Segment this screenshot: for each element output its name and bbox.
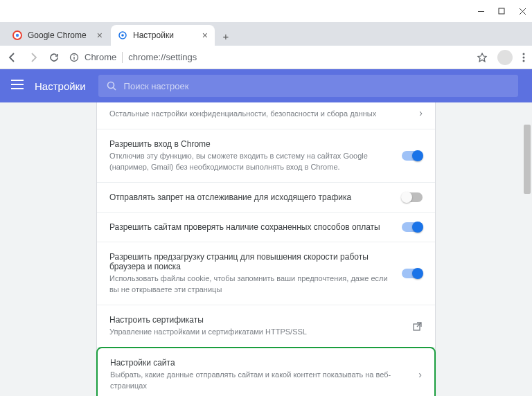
settings-row-signin[interactable]: Разрешить вход в Chrome Отключив эту фун… bbox=[97, 129, 435, 183]
url-separator bbox=[122, 52, 123, 63]
chrome-icon bbox=[12, 30, 22, 40]
close-tab-icon[interactable]: × bbox=[97, 30, 103, 41]
row-title: Отправлять запрет на отслеживание для ис… bbox=[109, 192, 393, 202]
forward-button[interactable] bbox=[28, 52, 39, 63]
toggle-signin[interactable] bbox=[402, 151, 423, 161]
svg-rect-1 bbox=[499, 8, 504, 14]
row-subtitle: Выбрать, какие данные отправлять сайтам … bbox=[110, 370, 410, 391]
svg-point-7 bbox=[121, 34, 124, 37]
row-title: Разрешить вход в Chrome bbox=[109, 139, 393, 149]
tab-settings[interactable]: Настройки × bbox=[111, 25, 215, 46]
tab-label: Google Chrome bbox=[28, 30, 87, 40]
row-title: Разрешить сайтам проверять наличие сохра… bbox=[109, 222, 393, 232]
settings-row-certs[interactable]: Настроить сертификаты Управление настрой… bbox=[97, 305, 435, 348]
maximize-button[interactable] bbox=[497, 7, 506, 15]
new-tab-button[interactable]: + bbox=[216, 26, 236, 46]
tab-strip: Google Chrome × Настройки × + bbox=[0, 22, 532, 46]
svg-point-5 bbox=[16, 34, 19, 37]
row-subtitle: Использовать файлы cookie, чтобы запомни… bbox=[109, 273, 393, 295]
chevron-right-icon: › bbox=[419, 107, 423, 118]
row-subtitle: Управление настройками и сертификатами H… bbox=[109, 327, 404, 337]
window-controls bbox=[0, 0, 532, 22]
chevron-right-icon: › bbox=[418, 369, 422, 380]
back-button[interactable] bbox=[7, 52, 18, 63]
toggle-payment[interactable] bbox=[402, 222, 423, 232]
close-window-button[interactable] bbox=[518, 7, 526, 15]
url-field[interactable]: Chrome chrome://settings bbox=[69, 52, 467, 63]
row-subtitle: Отключив эту функцию, вы сможете входить… bbox=[109, 151, 393, 172]
toggle-preload[interactable] bbox=[402, 269, 423, 278]
settings-row-payment[interactable]: Разрешить сайтам проверять наличие сохра… bbox=[97, 213, 435, 242]
settings-row-preload[interactable]: Разрешить предзагрузку страниц для повыш… bbox=[97, 242, 435, 305]
tab-google-chrome[interactable]: Google Chrome × bbox=[6, 25, 109, 46]
svg-point-13 bbox=[523, 60, 525, 62]
privacy-card: Остальные настройки конфиденциальности, … bbox=[96, 102, 436, 396]
profile-avatar[interactable] bbox=[497, 50, 513, 65]
settings-header: Настройки bbox=[0, 69, 532, 102]
site-info-icon[interactable] bbox=[69, 53, 79, 62]
url-text: chrome://settings bbox=[128, 52, 197, 62]
external-link-icon bbox=[412, 321, 423, 332]
gear-icon bbox=[118, 30, 127, 40]
minimize-button[interactable] bbox=[477, 7, 485, 15]
reload-button[interactable] bbox=[48, 52, 60, 63]
tab-label: Настройки bbox=[133, 30, 174, 40]
settings-row-truncated[interactable]: Остальные настройки конфиденциальности, … bbox=[97, 102, 435, 129]
scrollbar-thumb[interactable] bbox=[524, 125, 531, 194]
search-icon bbox=[107, 81, 117, 91]
menu-button[interactable] bbox=[0, 80, 35, 92]
row-title: Настройки сайта bbox=[110, 358, 410, 368]
page-title: Настройки bbox=[35, 80, 98, 92]
kebab-menu-icon[interactable] bbox=[522, 52, 525, 63]
address-bar: Chrome chrome://settings bbox=[0, 46, 532, 69]
settings-row-dnt[interactable]: Отправлять запрет на отслеживание для ис… bbox=[97, 183, 435, 213]
settings-row-site-settings[interactable]: Настройки сайта Выбрать, какие данные от… bbox=[96, 347, 436, 396]
svg-point-10 bbox=[73, 55, 75, 56]
bookmark-star-icon[interactable] bbox=[477, 52, 488, 63]
row-title: Настроить сертификаты bbox=[109, 315, 404, 325]
settings-content: Остальные настройки конфиденциальности, … bbox=[0, 102, 532, 396]
row-title: Разрешить предзагрузку страниц для повыш… bbox=[109, 252, 393, 271]
row-subtitle: Остальные настройки конфиденциальности, … bbox=[109, 109, 411, 119]
search-box[interactable] bbox=[98, 75, 518, 97]
search-input[interactable] bbox=[124, 81, 510, 91]
close-tab-icon[interactable]: × bbox=[202, 30, 208, 41]
url-protocol: Chrome bbox=[85, 52, 116, 62]
toggle-dnt[interactable] bbox=[402, 192, 423, 202]
svg-point-12 bbox=[523, 56, 525, 58]
svg-point-11 bbox=[523, 53, 525, 55]
svg-line-18 bbox=[113, 87, 116, 90]
svg-point-17 bbox=[107, 82, 114, 88]
